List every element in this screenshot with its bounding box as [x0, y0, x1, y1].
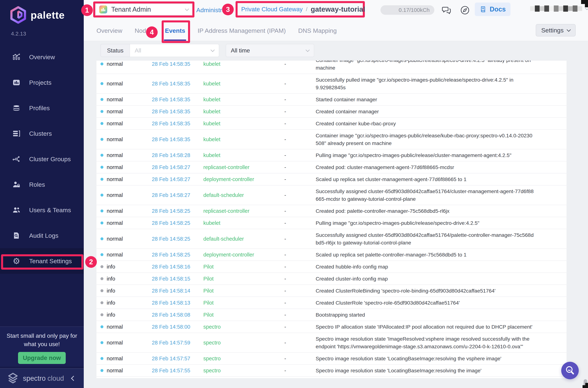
- status-dot-normal: [100, 178, 103, 181]
- event-source-cell: kubelet: [203, 96, 284, 103]
- app-logo: palette: [0, 0, 84, 24]
- status-label: info: [107, 275, 115, 283]
- status-label: normal: [107, 207, 123, 215]
- sidebar-footer: spectrocloud: [0, 368, 84, 388]
- table-row: normal28 Feb 14:58:35kubelet-Started con…: [96, 94, 566, 106]
- event-date-cell: 28 Feb 14:58:00: [152, 323, 203, 331]
- status-dot-normal: [100, 154, 103, 157]
- event-message-cell: Spectro image resolution state 'ImageRes…: [316, 335, 561, 350]
- table-row: normal28 Feb 14:58:35kubelet-Created con…: [96, 106, 566, 118]
- sidebar-item-cluster-groups[interactable]: Cluster Groups: [0, 146, 84, 172]
- status-dot-normal: [100, 210, 103, 212]
- compass-tour-icon[interactable]: [460, 5, 470, 15]
- tab-dns-mapping[interactable]: DNS Mapping: [298, 20, 337, 41]
- sidebar-item-label: Overview: [29, 53, 55, 61]
- event-status-cell: normal: [100, 235, 152, 243]
- event-message-cell: Scaled up replica set cluster-management…: [316, 175, 561, 183]
- status-dot-normal: [100, 194, 103, 196]
- users-teams-icon: [11, 206, 22, 214]
- sidebar-item-roles[interactable]: Roles: [0, 172, 84, 197]
- status-dot-normal: [100, 110, 103, 113]
- status-dot-normal: [100, 357, 103, 360]
- table-row: normal28 Feb 14:58:27deployment-controll…: [96, 173, 566, 185]
- event-source-cell: default-scheduler: [203, 191, 284, 199]
- status-label: normal: [107, 80, 123, 87]
- administration-link[interactable]: Administra: [196, 7, 226, 14]
- tab-overview[interactable]: Overview: [96, 20, 122, 41]
- tab-ip-address-management-ipam[interactable]: IP Address Management (IPAM): [198, 20, 286, 41]
- status-dot-normal: [100, 237, 103, 240]
- sidebar-item-overview[interactable]: Overview: [0, 44, 84, 70]
- chat-feedback-icon[interactable]: [441, 5, 452, 15]
- event-target-cell: -: [284, 175, 316, 183]
- event-message-cell: Container image "gcr.io/spectro-images-p…: [316, 132, 561, 147]
- event-date-cell: 28 Feb 14:58:25: [152, 219, 203, 227]
- sidebar-item-tenant-settings[interactable]: ⚙Tenant Settings: [0, 248, 84, 274]
- top-header: Tenant Admin Administra Private Cloud Ga…: [84, 0, 588, 20]
- status-label: normal: [107, 219, 123, 227]
- sidebar-item-label: Profiles: [29, 105, 50, 112]
- docs-button[interactable]: Docs: [475, 2, 510, 16]
- sidebar-item-audit-logs[interactable]: Audit Logs: [0, 223, 84, 248]
- table-row: normal28 Feb 14:58:27replicaset-controll…: [96, 161, 566, 173]
- event-date-cell: 28 Feb 14:58:27: [152, 191, 203, 199]
- annotation-box-breadcrumb: Private Cloud Gateway / gateway-tutorial: [236, 1, 365, 18]
- event-message-cell: Pulling image "gcr.io/spectro-images-pub…: [316, 151, 561, 159]
- table-row: normal28 Feb 14:57:57spectro-Spectro ima…: [96, 353, 566, 365]
- event-source-cell: replicaset-controller: [203, 163, 284, 171]
- events-table: normal28 Feb 14:58:35kubelet-Container i…: [96, 60, 566, 378]
- event-source-cell: replicaset-controller: [203, 207, 284, 215]
- tenant-settings-icon: ⚙: [11, 257, 22, 265]
- event-message-cell: Spectro IP allocation state 'IPAllocated…: [316, 323, 561, 331]
- status-dot-info: [100, 277, 103, 280]
- user-account-menu[interactable]: [530, 5, 588, 12]
- status-dot-normal: [100, 253, 103, 256]
- time-range-select[interactable]: All time: [226, 44, 314, 57]
- status-filter-select[interactable]: All: [130, 44, 219, 57]
- settings-dropdown-button[interactable]: Settings: [536, 24, 576, 36]
- table-row: info28 Feb 14:58:13Pilot-Created Cluster…: [96, 297, 566, 309]
- support-chat-fab[interactable]: [561, 362, 579, 379]
- status-label: normal: [107, 339, 123, 346]
- sidebar-item-label: Clusters: [29, 130, 52, 137]
- sidebar-item-label: Cluster Groups: [29, 156, 71, 163]
- breadcrumb-parent-link[interactable]: Private Cloud Gateway: [241, 6, 303, 13]
- event-source-cell: spectro: [203, 339, 284, 346]
- sidebar-item-clusters[interactable]: Clusters: [0, 121, 84, 146]
- event-status-cell: normal: [100, 339, 152, 346]
- upgrade-now-button[interactable]: Upgrade now: [18, 352, 66, 364]
- tab-events[interactable]: Events: [165, 20, 185, 41]
- sidebar-item-label: Audit Logs: [29, 232, 58, 239]
- event-source-cell: spectro: [203, 355, 284, 362]
- status-label: normal: [107, 175, 123, 183]
- event-source-cell: Pilot: [203, 275, 284, 283]
- workspace-scope-dropdown[interactable]: Tenant Admin: [95, 3, 192, 16]
- event-status-cell: normal: [100, 151, 152, 159]
- event-target-cell: -: [284, 80, 316, 87]
- event-source-cell: Pilot: [203, 287, 284, 294]
- status-filter: Status All: [100, 44, 219, 57]
- event-target-cell: -: [284, 299, 316, 307]
- status-label: normal: [107, 136, 123, 143]
- status-label: normal: [107, 323, 123, 331]
- event-status-cell: normal: [100, 96, 152, 103]
- event-date-cell: 28 Feb 14:58:35: [152, 96, 203, 103]
- event-target-cell: -: [284, 263, 316, 270]
- upgrade-promo: Start small and only pay for what you us…: [0, 326, 84, 366]
- event-message-cell: Scaled up replica set palette-controller…: [316, 251, 561, 259]
- event-message-cell: Started container manager: [316, 96, 561, 103]
- table-row: info28 Feb 14:58:15Pilot-Created cluster…: [96, 273, 566, 285]
- event-message-cell: Created cluster-info config map: [316, 275, 561, 283]
- event-date-cell: 28 Feb 14:58:25: [152, 251, 203, 259]
- sidebar-item-label: Tenant Settings: [29, 258, 72, 265]
- sidebar-item-users-teams[interactable]: Users & Teams: [0, 197, 84, 223]
- event-date-cell: 28 Feb 14:58:25: [152, 235, 203, 243]
- sidebar-item-projects[interactable]: Projects: [0, 70, 84, 95]
- event-date-cell: 28 Feb 14:58:08: [152, 311, 203, 319]
- table-row: normal28 Feb 14:58:28kubelet-Pulling ima…: [96, 149, 566, 161]
- sidebar-collapse-button[interactable]: [69, 375, 76, 382]
- status-dot-normal: [100, 98, 103, 101]
- event-message-cell: Container image "gcr.io/spectro-images-p…: [316, 60, 561, 72]
- profiles-icon: [11, 104, 22, 112]
- sidebar-item-profiles[interactable]: Profiles: [0, 95, 84, 121]
